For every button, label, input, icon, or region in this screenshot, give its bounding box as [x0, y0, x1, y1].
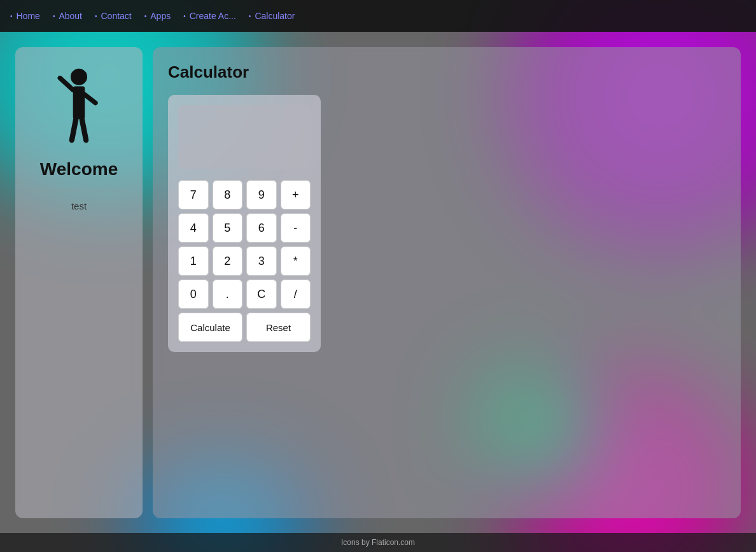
btn-1[interactable]: 1: [178, 246, 209, 276]
svg-line-3: [85, 95, 95, 103]
btn-2[interactable]: 2: [213, 246, 243, 276]
nav-item-about[interactable]: About: [53, 11, 82, 21]
btn-4[interactable]: 4: [178, 213, 209, 243]
svg-line-5: [82, 119, 87, 140]
btn-5[interactable]: 5: [213, 213, 243, 243]
nav-item-calculator-nav[interactable]: Calculator: [249, 11, 295, 21]
btn-9[interactable]: 9: [246, 180, 277, 209]
person-icon: [53, 66, 104, 149]
footer-text: Icons by Flaticon.com: [341, 538, 415, 547]
calculate-button[interactable]: Calculate: [178, 313, 242, 342]
welcome-heading: Welcome: [40, 159, 118, 180]
btn-minus[interactable]: -: [281, 213, 311, 243]
btn-0[interactable]: 0: [178, 280, 209, 309]
nav-item-home[interactable]: Home: [10, 11, 40, 21]
main-content: Welcome test Calculator 7 8 9 + 4 5: [0, 32, 756, 533]
btn-plus[interactable]: +: [281, 180, 311, 209]
btn-dot[interactable]: .: [213, 280, 243, 309]
calc-display[interactable]: [178, 105, 311, 169]
btn-7[interactable]: 7: [178, 180, 209, 209]
btn-3[interactable]: 3: [246, 246, 277, 276]
btn-multiply[interactable]: *: [281, 246, 311, 276]
btn-clear[interactable]: C: [246, 280, 277, 309]
user-label: test: [71, 201, 87, 211]
nav-item-contact[interactable]: Contact: [95, 11, 132, 21]
calc-buttons: 7 8 9 + 4 5 6 - 1 2 3 *: [178, 180, 311, 342]
calculator-widget: 7 8 9 + 4 5 6 - 1 2 3 *: [168, 95, 321, 352]
main-card: Calculator 7 8 9 + 4 5 6 -: [153, 47, 741, 518]
nav-item-apps[interactable]: Apps: [144, 11, 171, 21]
calc-row-2: 4 5 6 -: [178, 213, 311, 243]
calc-row-1: 7 8 9 +: [178, 180, 311, 209]
page-title: Calculator: [168, 62, 725, 82]
footer: Icons by Flaticon.com: [0, 533, 756, 552]
calc-row-5: Calculate Reset: [178, 313, 311, 342]
btn-8[interactable]: 8: [213, 180, 243, 209]
svg-line-2: [60, 78, 73, 90]
svg-line-4: [72, 119, 76, 140]
svg-point-0: [71, 69, 87, 85]
reset-button[interactable]: Reset: [246, 313, 311, 342]
btn-6[interactable]: 6: [246, 213, 277, 243]
btn-divide[interactable]: /: [281, 280, 311, 309]
calc-row-3: 1 2 3 *: [178, 246, 311, 276]
calc-row-4: 0 . C /: [178, 280, 311, 309]
sidebar-divider: [28, 190, 130, 190]
navbar: HomeAboutContactAppsCreate Ac...Calculat…: [0, 0, 756, 32]
nav-item-create-account[interactable]: Create Ac...: [183, 11, 236, 21]
sidebar-card: Welcome test: [15, 47, 143, 518]
